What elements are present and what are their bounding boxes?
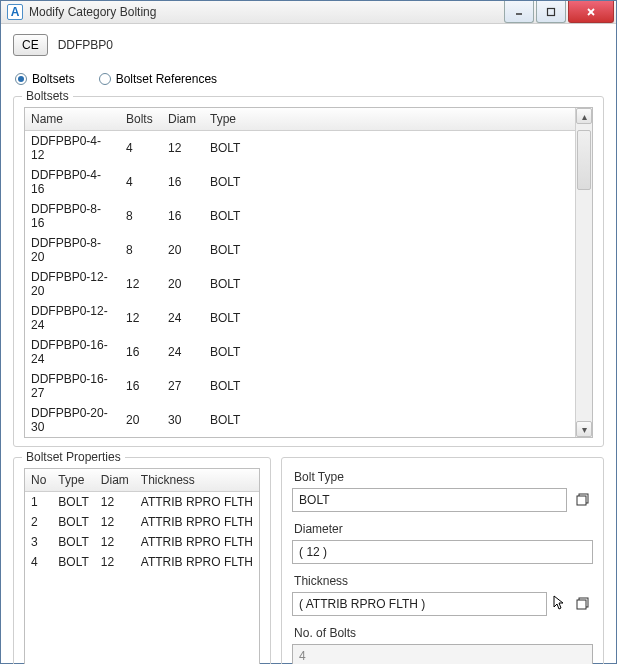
radio-icon: [15, 73, 27, 85]
table-row[interactable]: 3BOLT12ATTRIB RPRO FLTH: [25, 532, 259, 552]
no-of-bolts-label: No. of Bolts: [294, 626, 593, 640]
diameter-label: Diameter: [294, 522, 593, 536]
table-row[interactable]: DDFPBP0-8-20820BOLT: [25, 233, 575, 267]
thickness-field[interactable]: ( ATTRIB RPRO FLTH ): [292, 592, 547, 616]
boltsets-group: Boltsets Name Bolts Diam Type: [13, 96, 604, 447]
view-mode-radios: Boltsets Boltset References: [15, 72, 604, 86]
table-row[interactable]: DDFPBP0-4-12412BOLT: [25, 131, 575, 166]
boltsets-group-label: Boltsets: [22, 89, 73, 103]
no-of-bolts-field: 4: [292, 644, 593, 664]
radio-boltset-references-label: Boltset References: [116, 72, 217, 86]
maximize-button[interactable]: [536, 1, 566, 23]
svg-rect-1: [548, 8, 555, 15]
window-controls: [502, 1, 614, 23]
table-row[interactable]: DDFPBP0-16-241624BOLT: [25, 335, 575, 369]
col-type[interactable]: Type: [52, 469, 94, 492]
table-row[interactable]: DDFPBP0-20-302030BOLT: [25, 403, 575, 437]
thickness-label: Thickness: [294, 574, 593, 588]
radio-boltsets[interactable]: Boltsets: [15, 72, 75, 86]
close-button[interactable]: [568, 1, 614, 23]
boltsets-table[interactable]: Name Bolts Diam Type DDFPBP0-4-12412BOLT…: [25, 108, 575, 437]
titlebar: A Modify Category Bolting: [1, 1, 616, 24]
app-icon: A: [7, 4, 23, 20]
ce-row: CE DDFPBP0: [13, 34, 604, 56]
col-diam[interactable]: Diam: [95, 469, 135, 492]
stack-icon: [576, 493, 590, 507]
window: A Modify Category Bolting CE DDFPBP0 Bol…: [0, 0, 617, 664]
cursor-icon: [553, 595, 567, 614]
minimize-button[interactable]: [504, 1, 534, 23]
ce-button[interactable]: CE: [13, 34, 48, 56]
radio-boltsets-label: Boltsets: [32, 72, 75, 86]
scroll-down-icon[interactable]: ▾: [576, 421, 592, 437]
table-row[interactable]: 4BOLT12ATTRIB RPRO FLTH: [25, 552, 259, 572]
diameter-field[interactable]: ( 12 ): [292, 540, 593, 564]
bolt-type-label: Bolt Type: [294, 470, 593, 484]
table-row[interactable]: DDFPBP0-12-241224BOLT: [25, 301, 575, 335]
lower-row: Boltset Properties No Type Diam Thicknes…: [13, 457, 604, 664]
browse-bolt-type-button[interactable]: [573, 490, 593, 510]
scrollbar[interactable]: ▴ ▾: [575, 108, 592, 437]
table-row[interactable]: DDFPBP0-8-16816BOLT: [25, 199, 575, 233]
stack-icon: [576, 597, 590, 611]
window-title: Modify Category Bolting: [29, 5, 502, 19]
col-type[interactable]: Type: [204, 108, 575, 131]
props-table[interactable]: No Type Diam Thickness 1BOLT12ATTRIB RPR…: [25, 469, 259, 572]
boltset-properties-group: Boltset Properties No Type Diam Thicknes…: [13, 457, 271, 664]
bolt-type-field[interactable]: BOLT: [292, 488, 567, 512]
table-row[interactable]: DDFPBP0-12-201220BOLT: [25, 267, 575, 301]
props-table-wrap: No Type Diam Thickness 1BOLT12ATTRIB RPR…: [24, 468, 260, 664]
col-thickness[interactable]: Thickness: [135, 469, 259, 492]
scroll-up-icon[interactable]: ▴: [576, 108, 592, 124]
col-no[interactable]: No: [25, 469, 52, 492]
col-diam[interactable]: Diam: [162, 108, 204, 131]
table-row[interactable]: DDFPBP0-16-271627BOLT: [25, 369, 575, 403]
boltset-properties-label: Boltset Properties: [22, 450, 125, 464]
table-row[interactable]: DDFPBP0-4-16416BOLT: [25, 165, 575, 199]
client-area: CE DDFPBP0 Boltsets Boltset References B…: [1, 24, 616, 664]
svg-rect-7: [577, 600, 586, 609]
ce-name: DDFPBP0: [58, 38, 113, 52]
radio-icon: [99, 73, 111, 85]
radio-boltset-references[interactable]: Boltset References: [99, 72, 217, 86]
browse-thickness-button[interactable]: [573, 594, 593, 614]
scroll-track[interactable]: [576, 124, 592, 421]
table-row[interactable]: 2BOLT12ATTRIB RPRO FLTH: [25, 512, 259, 532]
col-bolts[interactable]: Bolts: [120, 108, 162, 131]
col-name[interactable]: Name: [25, 108, 120, 131]
boltsets-table-wrap: Name Bolts Diam Type DDFPBP0-4-12412BOLT…: [24, 107, 593, 438]
svg-rect-5: [577, 496, 586, 505]
table-row[interactable]: 1BOLT12ATTRIB RPRO FLTH: [25, 492, 259, 513]
scroll-thumb[interactable]: [577, 130, 591, 190]
bolt-form: Bolt Type BOLT Diameter ( 12 ) Thickness…: [281, 457, 604, 664]
